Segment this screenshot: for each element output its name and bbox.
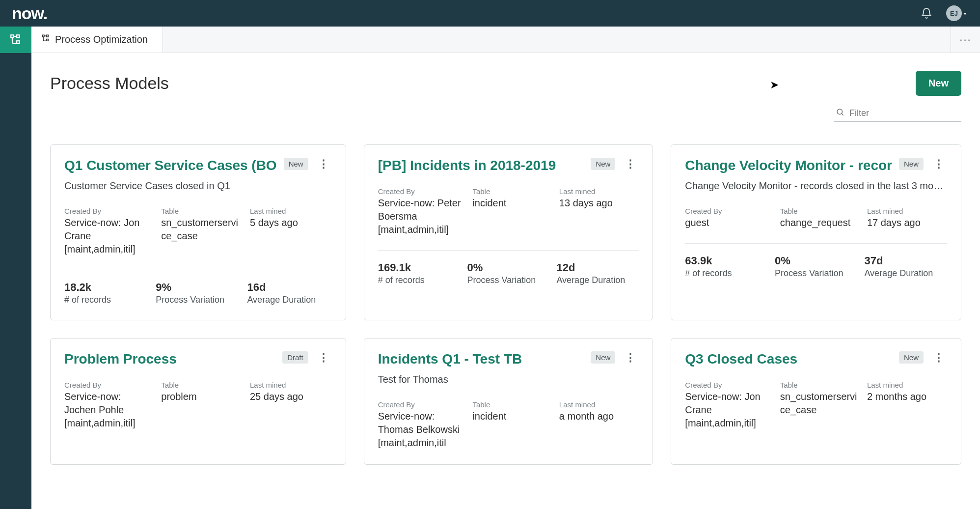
variation-value: 0% xyxy=(467,261,550,274)
variation-label: Process Variation xyxy=(775,268,858,279)
created-by-value: Service-now: Peter Boersma [maint,admin,… xyxy=(378,197,466,236)
records-label: # of records xyxy=(378,275,461,285)
card-title[interactable]: [PB] Incidents in 2018-2019 xyxy=(378,158,584,173)
status-badge: New xyxy=(284,158,308,170)
svg-rect-0 xyxy=(11,35,13,37)
records-label: # of records xyxy=(685,268,768,279)
page-title: Process Models xyxy=(50,74,169,93)
last-mined-label: Last mined xyxy=(867,207,947,215)
process-model-card: Q1 Customer Service Cases (BO New ⋮ Cust… xyxy=(50,144,346,320)
svg-rect-1 xyxy=(17,35,19,37)
process-model-card: Incidents Q1 - Test TB New ⋮ Test for Th… xyxy=(364,338,653,465)
records-value: 63.9k xyxy=(685,254,768,267)
card-title[interactable]: Q1 Customer Service Cases (BO xyxy=(64,158,277,173)
status-badge: New xyxy=(899,158,924,170)
created-by-label: Created By xyxy=(378,400,466,409)
status-badge: Draft xyxy=(282,351,308,364)
card-description: Test for Thomas xyxy=(378,374,639,387)
last-mined-value: 2 months ago xyxy=(867,390,947,403)
nav-tree-button[interactable] xyxy=(0,27,31,53)
created-by-value: Service-now: Jon Crane [maint,admin,itil… xyxy=(64,216,154,256)
cards-grid: Q1 Customer Service Cases (BO New ⋮ Cust… xyxy=(50,144,961,465)
created-by-label: Created By xyxy=(64,207,154,215)
user-menu[interactable]: EJ ▾ xyxy=(946,5,966,21)
chevron-down-icon: ▾ xyxy=(964,11,966,16)
table-value: incident xyxy=(472,197,552,210)
last-mined-label: Last mined xyxy=(867,381,947,389)
last-mined-label: Last mined xyxy=(559,187,639,196)
last-mined-label: Last mined xyxy=(250,207,332,215)
card-menu-button[interactable]: ⋮ xyxy=(315,351,332,364)
last-mined-value: 5 days ago xyxy=(250,216,332,229)
records-label: # of records xyxy=(64,295,149,305)
process-model-card: [PB] Incidents in 2018-2019 New ⋮ Create… xyxy=(364,144,653,320)
status-badge: New xyxy=(899,351,924,364)
created-by-value: Service-now: Jochen Pohle [maint,admin,i… xyxy=(64,390,154,430)
tab-process-optimization[interactable]: Process Optimization xyxy=(31,27,163,53)
variation-value: 9% xyxy=(156,281,240,294)
svg-point-6 xyxy=(837,109,843,114)
card-menu-button[interactable]: ⋮ xyxy=(930,158,947,170)
notifications-icon[interactable] xyxy=(921,7,932,19)
divider xyxy=(64,270,332,270)
table-value: sn_customerservice_case xyxy=(161,216,243,243)
svg-rect-4 xyxy=(47,35,49,37)
table-value: incident xyxy=(472,410,552,423)
svg-line-7 xyxy=(842,113,843,115)
process-model-card: Problem Process Draft ⋮ Created By Servi… xyxy=(50,338,346,465)
table-value: problem xyxy=(161,390,243,403)
table-label: Table xyxy=(161,381,243,389)
card-description: Change Velocity Monitor - records closed… xyxy=(685,180,947,193)
avg-duration-label: Average Duration xyxy=(864,268,947,279)
variation-label: Process Variation xyxy=(467,275,550,285)
card-menu-button[interactable]: ⋮ xyxy=(930,351,947,364)
process-model-card: Q3 Closed Cases New ⋮ Created By Service… xyxy=(671,338,961,465)
card-title[interactable]: Problem Process xyxy=(64,351,275,367)
table-label: Table xyxy=(780,207,860,215)
table-label: Table xyxy=(780,381,860,389)
card-menu-button[interactable]: ⋮ xyxy=(315,158,332,170)
card-title[interactable]: Change Velocity Monitor - recor xyxy=(685,158,892,173)
created-by-value: Service-now: Jon Crane [maint,admin,itil… xyxy=(685,390,773,430)
tree-icon xyxy=(41,34,50,45)
left-rail xyxy=(0,27,31,509)
last-mined-label: Last mined xyxy=(250,381,332,389)
card-description: Customer Service Cases closed in Q1 xyxy=(64,180,332,193)
created-by-label: Created By xyxy=(685,207,773,215)
last-mined-value: a month ago xyxy=(559,410,639,423)
created-by-value: guest xyxy=(685,216,773,229)
process-model-card: Change Velocity Monitor - recor New ⋮ Ch… xyxy=(671,144,961,320)
tab-label: Process Optimization xyxy=(55,34,148,45)
last-mined-label: Last mined xyxy=(559,400,639,409)
brand-logo: now. xyxy=(12,4,47,23)
tab-strip: Process Optimization ··· xyxy=(31,27,980,53)
card-title[interactable]: Incidents Q1 - Test TB xyxy=(378,351,584,367)
filter-box[interactable] xyxy=(834,105,961,122)
search-icon xyxy=(836,108,844,118)
table-label: Table xyxy=(161,207,243,215)
table-label: Table xyxy=(472,187,552,196)
avg-duration-value: 16d xyxy=(247,281,331,294)
avg-duration-label: Average Duration xyxy=(247,295,331,305)
status-badge: New xyxy=(591,351,615,364)
last-mined-value: 13 days ago xyxy=(559,197,639,210)
variation-value: 0% xyxy=(775,254,858,267)
divider xyxy=(378,250,639,251)
filter-input[interactable] xyxy=(849,108,963,118)
divider xyxy=(685,243,947,244)
table-label: Table xyxy=(472,400,552,409)
avg-duration-value: 12d xyxy=(556,261,639,274)
tab-overflow-button[interactable]: ··· xyxy=(951,27,980,53)
card-menu-button[interactable]: ⋮ xyxy=(622,351,639,364)
svg-rect-5 xyxy=(47,39,49,41)
brand-bar: now. EJ ▾ xyxy=(0,0,980,27)
table-value: change_request xyxy=(780,216,860,229)
card-menu-button[interactable]: ⋮ xyxy=(622,158,639,170)
new-button[interactable]: New xyxy=(916,71,961,96)
created-by-label: Created By xyxy=(378,187,466,196)
svg-rect-2 xyxy=(17,41,19,43)
created-by-label: Created By xyxy=(685,381,773,389)
avg-duration-label: Average Duration xyxy=(556,275,639,285)
avg-duration-value: 37d xyxy=(864,254,947,267)
card-title[interactable]: Q3 Closed Cases xyxy=(685,351,892,367)
